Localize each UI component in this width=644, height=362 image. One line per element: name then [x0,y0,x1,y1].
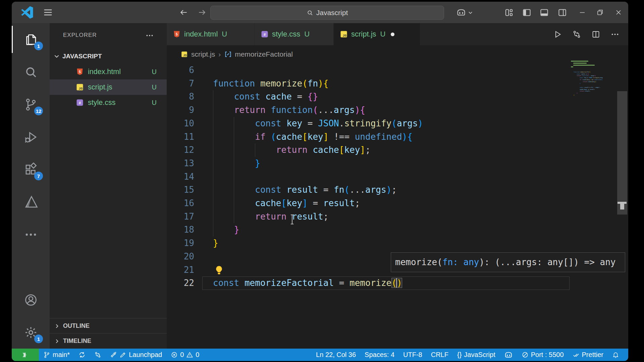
eol-status[interactable]: CRLF [427,349,453,361]
window-close-button[interactable] [610,2,627,23]
status-label: 0 [196,351,199,359]
activity-item-source-control[interactable]: 12 [12,88,50,121]
activity-item-settings[interactable]: 1 [12,316,50,349]
js-file-icon: JS [76,83,84,91]
git-branch-status[interactable]: main* [39,349,74,361]
activity-item-search[interactable] [12,56,50,88]
code-line-10[interactable]: 10 const key = JSON.stringify(args) [167,117,628,130]
forward-arrow-icon[interactable] [195,2,209,23]
customize-layout-icon[interactable] [501,2,516,23]
status-label: {} [457,351,462,359]
folder-row-javascript[interactable]: JAVASCRIPT [50,49,167,64]
sync-status[interactable] [74,349,90,361]
copilot-status[interactable] [500,349,517,361]
editor-scrollbar[interactable] [617,91,627,215]
status-slash-icon [522,351,529,358]
line-number: 7 [167,77,194,90]
code-line-19[interactable]: 19} [167,237,628,250]
line-number: 16 [167,197,194,210]
code-text: } [574,94,574,96]
cursor-position-status[interactable]: Ln 22, Col 36 [312,349,360,361]
code-line-12[interactable]: 12 return cache[key]; [167,143,628,157]
mouse-ibeam-cursor [290,215,294,224]
formatter-status[interactable]: Prettier [568,349,608,361]
toggle-primary-sidebar-icon[interactable] [519,2,534,23]
minimap[interactable]: function memorize(fn){ const cache = {} … [570,61,603,100]
encoding-status[interactable]: UTF-8 [399,349,427,361]
activity-item-accounts[interactable] [12,284,50,316]
menu-icon[interactable] [41,2,55,23]
language-mode-status[interactable]: {}JavaScript [453,349,500,361]
git-status-badge: U [152,83,157,91]
code-text: return result; [213,212,328,222]
code-editor[interactable]: 67function memorize(fn){8 const cache = … [167,23,628,349]
code-text: function memorize(fn){ [213,78,328,88]
line-number: 11 [167,130,194,144]
status-git-compare-icon [94,351,101,358]
activity-item-extensions[interactable]: 7 [12,153,50,186]
explorer-more-actions-icon[interactable] [145,31,155,41]
code-line-9[interactable]: 9 return function(...args){ [167,104,628,117]
indentation-status[interactable]: Spaces: 4 [360,349,399,361]
copilot-menu[interactable] [454,2,475,23]
minimap-comment-bar [571,66,573,67]
code-line-11[interactable]: 11 if (cache[key] !== undefined){ [167,130,628,144]
window-minimize-button[interactable] [575,2,590,23]
code-text: return cache[key]; [574,81,596,82]
line-number: 9 [167,104,194,117]
file-item-script.js[interactable]: JSscript.jsU [50,79,167,95]
code-line-22[interactable]: 22const memorizeFactorial = memorize() [167,277,628,290]
line-number: 10 [167,117,194,130]
line-number: 22 [167,277,194,290]
line-number: 20 [167,250,194,263]
code-line-17[interactable]: 17 return result; [167,210,628,224]
toggle-panel-icon[interactable] [537,2,551,23]
remote-indicator[interactable] [12,349,39,361]
badge: 12 [34,107,43,115]
command-center-search[interactable]: Javascript [210,6,444,20]
code-line-22: const memorizeFactorial = memorize() [571,100,603,100]
launchpad-status[interactable]: Launchpad [106,349,166,361]
status-label: UTF-8 [403,351,422,359]
badge: 7 [34,172,43,180]
code-text: } [574,83,580,84]
vscode-logo-icon [20,2,35,23]
activity-item-explorer[interactable]: 1 [12,23,50,56]
sidebar-header: EXPLORER [50,23,167,47]
code-text: const result = fn(...args); [213,185,397,195]
code-text: } [213,238,218,248]
code-line-14[interactable]: 14 [167,170,628,184]
status-label: Launchpad [129,351,162,359]
code-line-8[interactable]: 8 const cache = {} [167,90,628,104]
outline-panel-header[interactable]: OUTLINE [50,318,167,334]
file-item-index.html[interactable]: 5index.htmlU [50,64,167,79]
status-rocket-icon [110,351,117,358]
notifications-bell[interactable] [608,349,624,361]
status-label: 0 [180,351,184,359]
file-name: script.js [88,83,112,92]
code-line-15[interactable]: 15 const result = fn(...args); [167,183,628,197]
git-compare-status[interactable] [90,349,106,361]
activity-item-more-views[interactable] [12,218,50,251]
file-item-style.css[interactable]: #style.cssU [50,95,167,110]
activity-item-prism-extension[interactable] [12,186,50,218]
code-text: const key = JSON.stringify(args) [213,118,423,128]
code-text: const result = fn(...args); [574,86,600,88]
window-restore-button[interactable] [592,2,608,23]
code-line-6[interactable]: 6 [167,64,628,77]
code-line-13[interactable]: 13 } [167,157,628,170]
code-line-18[interactable]: 18 } [167,223,628,237]
live-server-port-status[interactable]: Port : 5500 [517,349,568,361]
minimap-comment-bar [571,61,588,62]
timeline-panel-header[interactable]: TIMELINE [50,333,167,349]
back-arrow-icon[interactable] [177,2,191,23]
line-number: 12 [167,143,194,157]
activity-item-run-debug[interactable] [12,121,50,153]
scrollbar-handle[interactable] [620,204,624,209]
lightbulb-icon[interactable] [214,265,224,276]
code-line-16[interactable]: 16 cache[key] = result; [167,197,628,210]
problems-status[interactable]: 00 [166,349,204,361]
toggle-secondary-sidebar-icon[interactable] [555,2,570,23]
code-line-7[interactable]: 7function memorize(fn){ [167,77,628,90]
code-text: return function(...args){ [574,75,596,76]
